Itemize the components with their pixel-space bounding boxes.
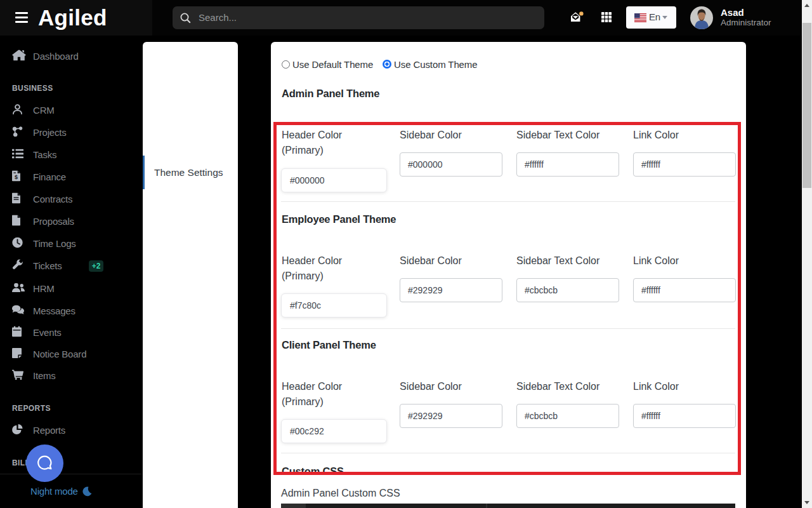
svg-text:$: $ [15, 174, 18, 180]
